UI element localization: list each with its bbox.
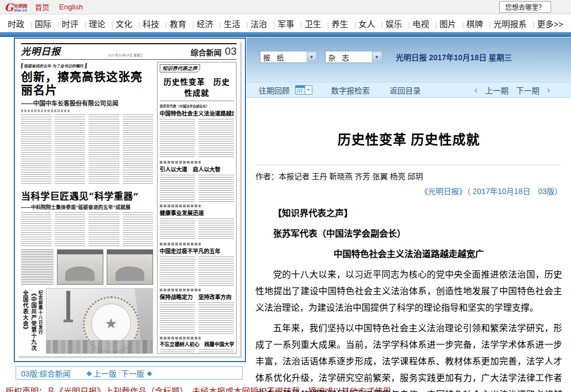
greek-col [88, 212, 119, 247]
article-rep-line: 张苏军代表（中国法学会副会长） [255, 226, 562, 242]
newspaper-sheet: 光明日报 2017年10月18日 星期三 综合新闻 03 砥砺奋进的五年·为了总… [18, 41, 240, 357]
prev-issue-link[interactable]: 上一期 [485, 85, 509, 96]
gmw-logo[interactable]: G 光明网 mw.cn [4, 2, 27, 12]
greek-col [160, 218, 195, 241]
greek-col [160, 119, 195, 159]
greek-col [123, 212, 153, 247]
reader-header: 报 纸 ▼ 杂 志 ▼ 光明日报 2017年10月18日 星期三 [247, 38, 571, 82]
chevron-down-icon[interactable]: ▼ [372, 52, 381, 62]
next-issue-chevron-icon[interactable]: › [547, 85, 550, 95]
thumb-headline-1[interactable]: 创新，擦亮高铁这张亮丽名片 [21, 70, 153, 97]
voice-headline[interactable]: 中国走过极不平凡的五年 [160, 247, 234, 255]
thumb-headline-2[interactable]: 当科学巨匠遇见“科学重器” [21, 189, 153, 202]
chevron-down-icon[interactable]: ▼ [307, 52, 316, 62]
nav-item-fazhi[interactable]: 法治 [250, 18, 275, 29]
nav-item-shiping[interactable]: 时评 [62, 18, 86, 29]
voice-rep-bar [160, 289, 201, 291]
next-page-diamond-icon: ◆ [147, 369, 152, 377]
back-issues-link[interactable]: 往期回顾 [259, 85, 290, 96]
article-tag: 【知识界代表之声】 [255, 205, 562, 222]
prev-page-link[interactable]: 上一版 [93, 368, 117, 379]
nav-item-keji[interactable]: 科技 [143, 18, 167, 29]
top-bar: G 光明网 mw.cn 首页 English 您想去哪里？ [0, 0, 571, 14]
thumb-byline-bar [21, 109, 71, 112]
greeked-text-columns-2 [21, 212, 153, 247]
masthead-page-number: 03 [225, 45, 237, 58]
nav-divider-bar [0, 32, 571, 37]
voices-badge: 知识界代表之声 [160, 64, 200, 72]
voice-rep-bar [160, 337, 201, 339]
paper-select[interactable]: 报 纸 ▼ [260, 51, 317, 63]
nav-item-jingji[interactable]: 经济 [197, 18, 221, 29]
voice-headline[interactable]: 引人以大道 启人以大智 [160, 165, 234, 173]
gmw-logo-domain: mw.cn [14, 8, 27, 12]
greek-col [198, 257, 234, 286]
nav-item-junshi[interactable]: 军事 [277, 18, 302, 29]
party-emblem-icon: ★ [91, 304, 131, 343]
article-paragraph-2: 五年来，我们坚持以中国特色社会主义法治理论引领和繁荣法学研究，形成了一系列重大成… [255, 320, 562, 392]
nav-item-yule[interactable]: 娱乐 [385, 18, 410, 29]
page-pager: 03版:综合新闻 ◆ 上一版 下一版 ◆ [15, 366, 243, 380]
voice-headline[interactable]: 保持战略定力 坚持改革方向 [160, 292, 234, 301]
voice-section: 引人以大道 启人以大智 [160, 161, 234, 202]
voice-headline[interactable]: 中国特色社会主义法治道路越走越宽广 [160, 109, 234, 117]
nav-item-qipai[interactable]: 棋牌 [467, 18, 491, 29]
nav-item-weisheng[interactable]: 卫生 [305, 18, 329, 29]
article-source[interactable]: 《光明日报》（ 2017年10月18日 03版） [255, 185, 562, 196]
greek-col [160, 349, 195, 354]
thumb-subhead-2: ——中科院院士集体参观“砥砺奋进的五年”成就展 [21, 203, 153, 211]
magazine-select-value: 杂 志 [326, 52, 372, 62]
next-issue-link[interactable]: 下一期 [516, 85, 539, 96]
home-link[interactable]: 首页 [35, 2, 49, 12]
stamps-row [21, 249, 153, 285]
voice-rep-label: 张苏军代表（中国法学会副会长） [160, 103, 234, 108]
nav-item-baoxi[interactable]: 光明报系 [494, 18, 535, 29]
article: 历史性变革 历史性成就 作者：本报记者 王丹 靳晓燕 齐芳 张翼 杨亮 邱玥 《… [247, 129, 571, 392]
voice-rep-bar [160, 161, 201, 164]
calendar-icon[interactable] [295, 85, 305, 95]
caption-stamp-issue: 纪念邮票十八日发行 [38, 290, 44, 354]
voices-title[interactable]: 历史性变革 历史性成就 [160, 74, 234, 101]
voice-section: 健康事业发展迅速 [160, 205, 234, 241]
nav-item-shizheng[interactable]: 时政 [8, 18, 32, 29]
masthead-title: 光明日报 [21, 44, 61, 58]
nav-item-tupian[interactable]: 图片 [439, 18, 464, 29]
article-author-line: 作者：本报记者 王丹 靳晓燕 齐芳 张翼 杨亮 邱玥 [255, 170, 562, 181]
page: G 光明网 mw.cn 首页 English 您想去哪里？ 时政 国际 时评 理… [0, 0, 571, 392]
article-section-headline: 中国特色社会主义法治道路越走越宽广 [255, 246, 562, 263]
nav-item-guoji[interactable]: 国际 [35, 18, 59, 29]
greek-col [160, 302, 195, 334]
magazine-select[interactable]: 杂 志 ▼ [325, 51, 383, 63]
calendar-dropdown-icon[interactable]: ▼ [305, 85, 312, 95]
nav-item-dianshi[interactable]: 电视 [412, 18, 437, 29]
calendar-picker: ▼ [295, 85, 312, 95]
masthead-section: 综合新闻 [191, 46, 222, 58]
nav-item-lilun[interactable]: 理论 [88, 18, 113, 29]
greek-col [123, 114, 153, 185]
site-goto-select[interactable]: 您想去哪里？ [499, 1, 551, 13]
stamp-image-2 [107, 249, 153, 285]
nav-item-more[interactable]: 更多>> [537, 18, 563, 29]
back-to-contents-link[interactable]: 返回目录 [390, 85, 421, 96]
digital-search-link[interactable]: 数字报检索 [331, 85, 370, 96]
prev-issue-chevron-icon[interactable]: ‹ [474, 85, 477, 95]
article-body: 【知识界代表之声】 张苏军代表（中国法学会副会长） 中国特色社会主义法治道路越走… [255, 205, 562, 392]
english-link[interactable]: English [59, 3, 83, 11]
nav-item-nvren[interactable]: 女人 [359, 18, 383, 29]
nav-item-jiaoyu[interactable]: 教育 [170, 18, 194, 29]
greek-col [21, 249, 54, 285]
nav-item-shenghuo[interactable]: 生活 [224, 18, 248, 29]
nav-item-yangsheng[interactable]: 养生 [332, 18, 356, 29]
monument-silhouette [66, 291, 70, 320]
nav-item-wenhua[interactable]: 文化 [116, 18, 140, 29]
voice-headline[interactable]: 健康事业发展迅速 [160, 208, 234, 217]
greek-col [160, 257, 195, 286]
gmw-logo-cn: 光明网 [14, 4, 27, 8]
greek-col [198, 119, 234, 159]
greek-col [55, 212, 85, 247]
epaper-page-thumbnail[interactable]: 光明日报 2017年10月18日 星期三 综合新闻 03 砥砺奋进的五年·为了总… [14, 38, 246, 362]
voice-headline[interactable]: 不忘立德树人初心 践履中国大学使命 [160, 341, 234, 348]
voice-section: 张苏军代表（中国法学会副会长） 中国特色社会主义法治道路越走越宽广 [160, 103, 234, 159]
next-page-link[interactable]: 下一版 [121, 368, 144, 379]
photo-caption: 《中国共产党第十九次全国代表大会》 纪念邮票十八日发行 [21, 288, 46, 354]
